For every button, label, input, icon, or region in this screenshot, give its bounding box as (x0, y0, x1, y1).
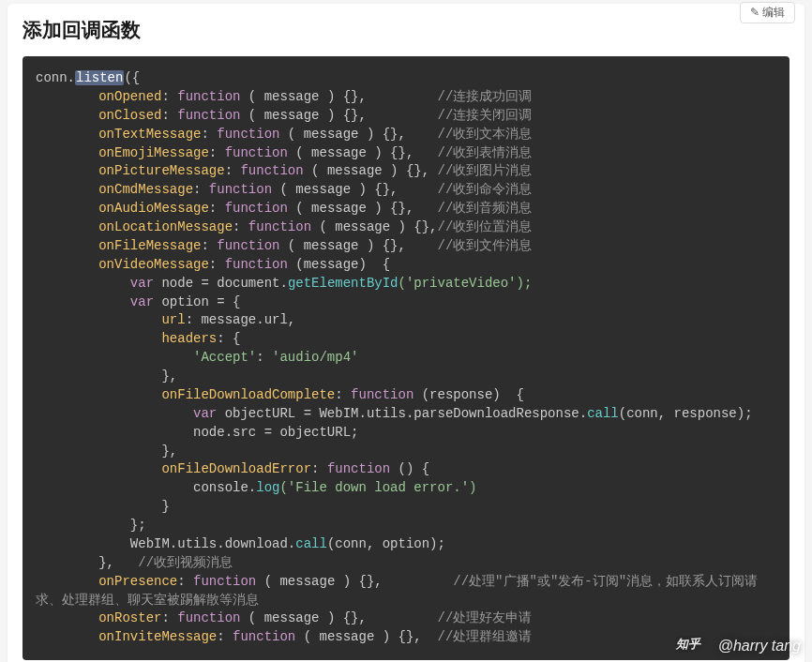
edit-label: 编辑 (762, 6, 785, 19)
watermark: 知乎 @harry tang (675, 636, 801, 656)
section-title: 添加回调函数 (23, 17, 141, 43)
edit-button[interactable]: ✎ 编辑 (740, 2, 795, 23)
watermark-text: @harry tang (718, 638, 801, 654)
svg-text:知乎: 知乎 (675, 637, 701, 651)
highlighted-method: listen (75, 70, 124, 85)
code-text: conn.listen({ onOpened: function ( messa… (36, 70, 758, 644)
code-block: conn.listen({ onOpened: function ( messa… (23, 56, 789, 660)
code-card: 添加回调函数 ✎ 编辑 conn.listen({ onOpened: func… (8, 4, 804, 662)
zhihu-logo-icon: 知乎 (675, 636, 713, 656)
card-header: 添加回调函数 ✎ 编辑 (23, 17, 789, 56)
